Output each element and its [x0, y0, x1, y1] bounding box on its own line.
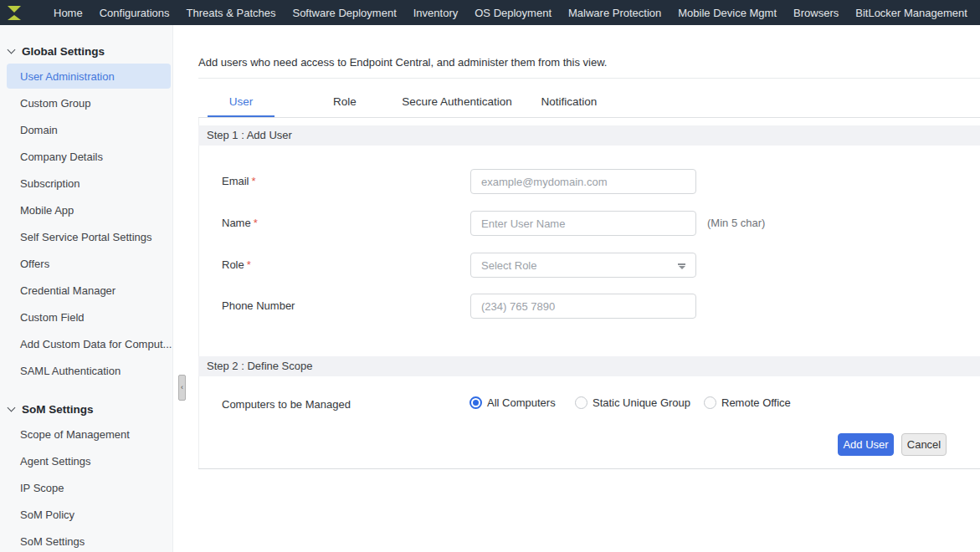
chevron-down-icon: [8, 45, 16, 54]
add-user-button[interactable]: Add User: [838, 433, 894, 456]
sidebar-collapse-handle[interactable]: ‹: [178, 375, 186, 401]
step1-header: Step 1 : Add User: [198, 125, 980, 146]
chevron-left-icon: ‹: [181, 384, 183, 391]
divider: [198, 78, 980, 79]
sidebar-item-domain[interactable]: Domain: [0, 116, 172, 143]
chevron-down-icon: [8, 403, 16, 411]
radio-label: Static Unique Group: [593, 396, 690, 409]
sidebar-item-label: Offers: [20, 258, 49, 270]
sidebar-item-som-settings[interactable]: SoM Settings: [0, 528, 172, 552]
field-label-text: Computers to be Managed: [222, 398, 351, 411]
radio-icon: [575, 396, 587, 409]
phone-number-input[interactable]: [470, 294, 696, 319]
sidebar-item-agent-settings[interactable]: Agent Settings: [0, 447, 172, 474]
tab-notification[interactable]: Notification: [523, 87, 615, 117]
sidebar-item-label: Self Service Portal Settings: [20, 231, 152, 243]
nav-item-home[interactable]: Home: [54, 7, 83, 19]
sidebar-item-ip-scope[interactable]: IP Scope: [0, 474, 172, 501]
phone-number-label: Phone Number: [222, 299, 295, 312]
field-label-text: Email: [222, 175, 249, 187]
sidebar-item-label: Custom Field: [20, 311, 85, 324]
sidebar-item-som-policy[interactable]: SoM Policy: [0, 501, 172, 528]
field-label-text: Name: [222, 217, 251, 229]
step2-title: Step 2 : Define Scope: [207, 360, 312, 372]
sidebar-item-subscription[interactable]: Subscription: [0, 170, 172, 197]
nav-item-bitlocker-management[interactable]: BitLocker Management: [855, 7, 967, 19]
radio-label: All Computers: [487, 396, 556, 409]
sidebar-item-label: Credential Manager: [20, 284, 115, 297]
sidebar-section-label: SoM Settings: [22, 403, 94, 416]
sidebar-section-label: Global Settings: [22, 45, 105, 58]
role-label: Role*: [222, 258, 251, 271]
nav-item-browsers[interactable]: Browsers: [793, 7, 839, 19]
sidebar-item-label: Domain: [20, 124, 58, 136]
email-label: Email*: [222, 175, 256, 187]
nav-item-inventory[interactable]: Inventory: [413, 7, 458, 19]
computers-to-be-managed-label: Computers to be Managed: [222, 398, 351, 411]
sidebar-item-custom-group[interactable]: Custom Group: [0, 89, 172, 116]
radio-static-unique-group[interactable]: Static Unique Group: [575, 396, 690, 409]
sidebar-section-global-settings[interactable]: Global Settings: [0, 39, 172, 63]
sidebar-item-company-details[interactable]: Company Details: [0, 143, 172, 170]
nav-item-software-deployment[interactable]: Software Deployment: [292, 7, 396, 19]
field-label-text: Role: [222, 258, 244, 271]
logo-triangle-icon: [8, 6, 21, 13]
sidebar-item-label: Custom Group: [20, 97, 91, 110]
sidebar-item-label: SoM Policy: [20, 509, 74, 521]
sidebar-item-label: User Administration: [20, 70, 115, 83]
tab-secure-authentication[interactable]: Secure Authentication: [394, 87, 520, 117]
logo-triangle-icon: [8, 15, 21, 20]
tab-user[interactable]: User: [208, 87, 275, 117]
sidebar-item-self-service-portal-settings[interactable]: Self Service Portal Settings: [0, 223, 172, 250]
sidebar-item-label: IP Scope: [20, 482, 64, 494]
nav-item-mobile-device-mgmt[interactable]: Mobile Device Mgmt: [678, 7, 777, 19]
sidebar-item-scope-of-management[interactable]: Scope of Management: [0, 421, 172, 447]
tab-role[interactable]: Role: [311, 87, 378, 117]
sidebar-item-offers[interactable]: Offers: [0, 250, 172, 277]
radio-remote-office[interactable]: Remote Office: [704, 396, 791, 409]
nav-item-configurations[interactable]: Configurations: [100, 7, 170, 19]
required-asterisk: *: [254, 217, 258, 229]
sidebar-item-add-custom-data-for-computers[interactable]: Add Custom Data for Comput...: [0, 330, 172, 357]
sidebar-item-label: Scope of Management: [20, 428, 130, 441]
role-select[interactable]: Select Role: [470, 253, 696, 278]
sidebar-item-label: Subscription: [20, 177, 80, 190]
sidebar-section-som-settings[interactable]: SoM Settings: [0, 397, 172, 421]
required-asterisk: *: [252, 175, 256, 187]
sidebar-item-credential-manager[interactable]: Credential Manager: [0, 277, 172, 304]
email-input[interactable]: [470, 169, 696, 194]
page-description: Add users who need access to Endpoint Ce…: [198, 56, 607, 69]
name-input[interactable]: [470, 211, 696, 236]
radio-all-computers[interactable]: All Computers: [469, 396, 556, 409]
cancel-button[interactable]: Cancel: [901, 433, 947, 456]
divider: [198, 468, 980, 469]
sidebar-item-mobile-app[interactable]: Mobile App: [0, 197, 172, 223]
step1-title: Step 1 : Add User: [207, 129, 292, 141]
settings-sidebar: Global Settings User Administration Cust…: [0, 25, 173, 552]
nav-item-os-deployment[interactable]: OS Deployment: [475, 7, 552, 19]
top-navigation-bar: Home Configurations Threats & Patches So…: [0, 0, 980, 25]
tab-bar: User Role Secure Authentication Notifica…: [198, 87, 980, 118]
panel-border: [198, 118, 199, 468]
sidebar-item-label: SAML Authentication: [20, 365, 121, 377]
chevron-down-icon: [678, 263, 685, 269]
field-label-text: Phone Number: [222, 299, 295, 312]
name-label: Name*: [222, 217, 258, 229]
required-asterisk: *: [247, 258, 251, 271]
sidebar-item-label: Agent Settings: [20, 455, 91, 468]
sidebar-item-label: SoM Settings: [20, 535, 85, 548]
sidebar-item-saml-authentication[interactable]: SAML Authentication: [0, 357, 172, 384]
sidebar-item-label: Mobile App: [20, 204, 74, 217]
nav-item-malware-protection[interactable]: Malware Protection: [568, 7, 661, 19]
endpoint-central-logo-icon[interactable]: [7, 3, 22, 23]
radio-selected-icon: [469, 396, 482, 409]
sidebar-item-user-administration[interactable]: User Administration: [7, 64, 171, 89]
name-min-char-hint: (Min 5 char): [707, 217, 765, 229]
radio-label: Remote Office: [721, 396, 791, 409]
radio-icon: [704, 396, 716, 409]
sidebar-item-label: Add Custom Data for Comput...: [20, 338, 172, 350]
sidebar-item-label: Company Details: [20, 151, 103, 163]
step2-header: Step 2 : Define Scope: [198, 356, 980, 376]
sidebar-item-custom-field[interactable]: Custom Field: [0, 304, 172, 330]
nav-item-threats-and-patches[interactable]: Threats & Patches: [187, 7, 276, 19]
